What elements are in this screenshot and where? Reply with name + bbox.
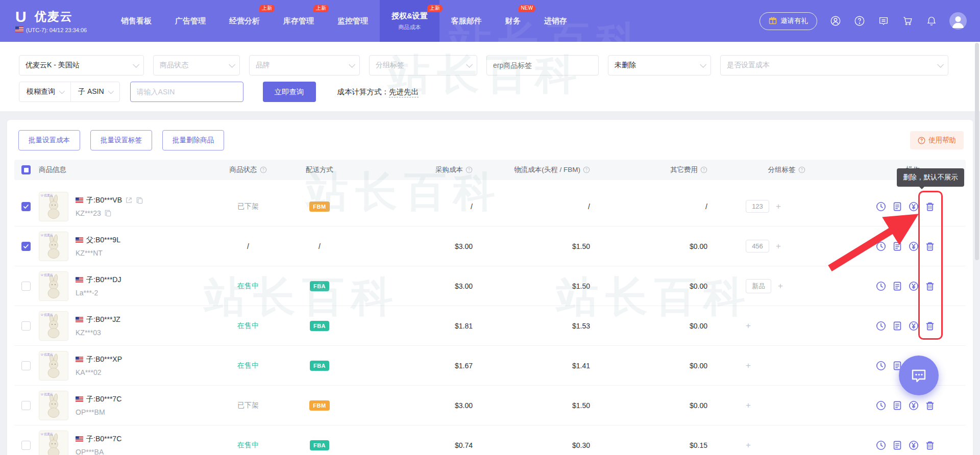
nav-item-6[interactable]: 授权&设置商品成本上新 <box>380 0 439 42</box>
add-tag-button[interactable]: + <box>746 401 751 410</box>
cost-method-value[interactable]: 先进先出 <box>389 88 419 97</box>
set-cost-icon[interactable] <box>909 400 919 411</box>
set-cost-icon[interactable] <box>909 241 919 251</box>
delete-icon[interactable] <box>925 400 935 411</box>
history-icon[interactable] <box>876 281 886 291</box>
help-circle-icon[interactable] <box>798 166 805 173</box>
chevron-down-icon <box>349 61 355 68</box>
filter-input-5[interactable] <box>486 55 599 75</box>
bell-icon[interactable] <box>925 15 937 27</box>
cost-record-icon[interactable] <box>892 241 902 251</box>
filter-select-3[interactable]: 品牌 <box>249 55 360 75</box>
help-link[interactable]: 使用帮助 <box>910 131 964 149</box>
add-tag-button[interactable]: + <box>746 441 751 449</box>
chevron-down-icon <box>108 88 113 94</box>
row-checkbox[interactable] <box>21 282 31 291</box>
logistics-cost-value: $0.30 <box>473 441 590 449</box>
row-checkbox[interactable] <box>21 361 31 370</box>
select-all-checkbox[interactable] <box>21 165 31 174</box>
batch-set-tag-button[interactable]: 批量设置标签 <box>90 130 152 150</box>
delete-icon[interactable] <box>925 201 935 212</box>
fuzzy-query-select[interactable]: 模糊查询 <box>19 82 70 102</box>
filter-select-2[interactable]: 商品状态 <box>153 55 240 75</box>
row-checkbox[interactable] <box>21 441 31 450</box>
set-cost-icon[interactable] <box>909 201 919 212</box>
nav-item-1[interactable]: 销售看板 <box>109 0 163 42</box>
nav-item-9[interactable]: 进销存 <box>532 0 579 42</box>
status-cell: 在售中 <box>217 321 279 331</box>
asin-search-group: 模糊查询 子 ASIN <box>19 82 120 102</box>
logo-area: U 优麦云 (UTC-7): 04/12 23:34:06 <box>0 0 107 42</box>
nav-item-label: 进销存 <box>544 16 567 26</box>
product-text: 子:B0***DJLa***-2 <box>76 275 121 297</box>
asin-type-select[interactable]: 子 ASIN <box>70 82 119 102</box>
add-tag-button[interactable]: + <box>778 282 783 290</box>
batch-set-cost-button[interactable]: 批量设置成本 <box>18 130 80 150</box>
product-asin-line: 子:B0***JZ <box>76 315 120 324</box>
cost-record-icon[interactable] <box>892 321 902 331</box>
row-checkbox[interactable] <box>21 242 31 251</box>
cost-record-icon[interactable] <box>892 440 902 450</box>
nav-item-label: 经营分析 <box>229 16 260 26</box>
table-row: U 优麦云子:B0***VBKZ***23已下架FBM///123+ <box>14 187 966 226</box>
history-icon[interactable] <box>876 440 886 450</box>
contact-icon[interactable] <box>829 15 841 27</box>
help-icon[interactable] <box>853 15 865 27</box>
set-cost-icon[interactable] <box>909 440 919 450</box>
feedback-icon[interactable] <box>877 15 889 27</box>
filter-select-7[interactable]: 是否设置成本 <box>720 55 948 75</box>
set-cost-icon[interactable] <box>909 281 919 291</box>
help-circle-icon[interactable] <box>260 166 267 173</box>
add-tag-button[interactable]: + <box>746 321 751 330</box>
purchase-cost-value: / <box>360 203 473 211</box>
cart-icon[interactable] <box>901 15 913 27</box>
nav-item-8[interactable]: 财务NEW <box>494 0 532 42</box>
history-icon[interactable] <box>876 321 886 331</box>
nav-item-5[interactable]: 监控管理 <box>326 0 380 42</box>
invite-button[interactable]: 邀请有礼 <box>760 12 817 30</box>
history-icon[interactable] <box>876 241 886 251</box>
nav-item-2[interactable]: 广告管理 <box>163 0 217 42</box>
filter-select-1[interactable]: 优麦云K - 美国站 <box>19 55 144 75</box>
copy-icon[interactable] <box>136 196 143 204</box>
cost-record-icon[interactable] <box>892 281 902 291</box>
row-checkbox[interactable] <box>21 401 31 410</box>
nav-item-3[interactable]: 经营分析上新 <box>217 0 272 42</box>
external-link-icon[interactable] <box>125 196 133 204</box>
set-cost-icon[interactable] <box>909 321 919 331</box>
product-sku: OP***BA <box>76 448 104 455</box>
row-checkbox[interactable] <box>21 321 31 331</box>
add-tag-button[interactable]: + <box>776 242 781 250</box>
product-asin-line: 子:B0***DJ <box>76 275 121 285</box>
batch-delete-button[interactable]: 批量删除商品 <box>162 130 224 150</box>
help-circle-icon[interactable] <box>583 166 590 173</box>
copy-icon[interactable] <box>104 209 112 217</box>
help-circle-icon[interactable] <box>700 166 707 173</box>
product-asin-line: 子:B0***VB <box>76 196 143 205</box>
nav-item-4[interactable]: 库存管理上新 <box>272 0 326 42</box>
filter-select-6[interactable]: 未删除 <box>608 55 711 75</box>
history-icon[interactable] <box>876 201 886 212</box>
vertical-scrollbar[interactable] <box>975 43 979 260</box>
avatar[interactable] <box>949 12 967 30</box>
delete-icon[interactable] <box>925 440 935 450</box>
row-checkbox[interactable] <box>21 202 31 211</box>
chat-support-button[interactable] <box>899 356 939 395</box>
filter-select-4[interactable]: 分组标签 <box>369 55 477 75</box>
history-icon[interactable] <box>876 361 886 371</box>
help-circle-icon[interactable] <box>465 166 473 173</box>
delete-icon[interactable] <box>925 281 935 291</box>
add-tag-button[interactable]: + <box>776 202 781 211</box>
delete-icon[interactable] <box>925 241 935 251</box>
search-button[interactable]: 立即查询 <box>263 82 316 102</box>
other-cost-value: $0.15 <box>590 441 707 449</box>
nav-item-label: 销售看板 <box>121 16 152 26</box>
cost-record-icon[interactable] <box>892 201 902 212</box>
history-icon[interactable] <box>876 400 886 411</box>
delete-icon[interactable] <box>925 321 935 331</box>
nav-item-7[interactable]: 客服邮件 <box>439 0 494 42</box>
nav-item-label: 广告管理 <box>175 16 206 26</box>
cost-record-icon[interactable] <box>892 400 902 411</box>
add-tag-button[interactable]: + <box>746 361 751 370</box>
asin-input[interactable] <box>130 82 243 102</box>
